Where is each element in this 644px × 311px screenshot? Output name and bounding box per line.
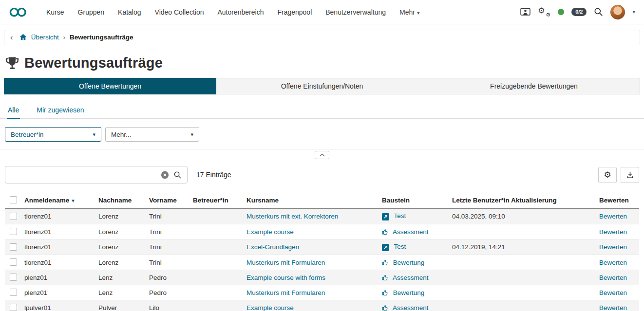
chevron-down-icon: ▾ <box>417 10 420 16</box>
nav-item-katalog[interactable]: Katalog <box>112 5 147 19</box>
bewerten-link[interactable]: Bewerten <box>599 213 627 220</box>
search-icon[interactable] <box>594 7 603 17</box>
cell-kursname: Excel-Grundlagen <box>244 239 379 255</box>
user-menu-caret-icon[interactable]: ▾ <box>632 9 635 15</box>
gear-icon-small: ⚙ <box>546 12 550 18</box>
course-link[interactable]: Musterkurs mit ext. Korrektoren <box>246 213 338 220</box>
table-row: tlorenz01 Lorenz Trini Excel-Grundlagen … <box>5 239 639 255</box>
bewerten-link[interactable]: Bewerten <box>599 274 627 281</box>
cell-letzte-aktualisierung <box>449 270 596 285</box>
cell-betreuer <box>190 224 244 239</box>
course-link[interactable]: Musterkurs mit Formularen <box>246 259 325 266</box>
select-all-checkbox[interactable] <box>10 196 17 203</box>
column-header-baustein[interactable]: Baustein <box>379 192 449 208</box>
nav-item-benutzerverwaltung[interactable]: Benutzerverwaltung <box>319 5 392 19</box>
task-count-badge[interactable]: 0/2 <box>571 8 587 16</box>
clear-search-icon[interactable] <box>161 171 169 179</box>
nav-mehr-label: Mehr <box>399 8 415 16</box>
cell-bewerten: Bewerten <box>596 285 639 300</box>
subtab-alle[interactable]: Alle <box>7 102 20 119</box>
cell-baustein: Test <box>379 239 449 255</box>
sub-tabs: Alle Mir zugewiesen <box>0 102 644 119</box>
cell-kursname: Musterkurs mit Formularen <box>244 285 379 300</box>
baustein-link[interactable]: Assessment <box>393 228 429 236</box>
course-link[interactable]: Excel-Grundlagen <box>246 243 299 251</box>
bewerten-link[interactable]: Bewerten <box>599 289 627 296</box>
tab-offene-einstufungen-noten[interactable]: Offene Einstufungen/Noten <box>216 78 428 94</box>
cell-bewerten: Bewerten <box>596 300 639 311</box>
table-row: plenz01 Lenz Pedro Musterkurs mit Formul… <box>5 285 639 300</box>
column-header-anmeldename[interactable]: Anmeldename▾ <box>21 192 95 208</box>
thumbs-up-icon <box>382 305 388 311</box>
baustein-link[interactable]: Bewertung <box>393 259 425 266</box>
row-check-cell <box>5 255 21 270</box>
column-header-kursname[interactable]: Kursname <box>244 192 379 208</box>
filter-betreuer-label: Betreuer*in <box>11 131 44 138</box>
user-avatar[interactable] <box>610 5 625 19</box>
row-checkbox[interactable] <box>10 304 17 311</box>
column-header-vorname[interactable]: Vorname <box>146 192 190 208</box>
row-checkbox[interactable] <box>10 243 17 251</box>
row-checkbox[interactable] <box>10 213 17 220</box>
openolat-logo-icon[interactable] <box>9 7 27 18</box>
tab-offene-bewertungen[interactable]: Offene Bewertungen <box>4 78 216 94</box>
back-chevron-icon[interactable]: ‹ <box>10 33 13 41</box>
nav-item-autorenbereich[interactable]: Autorenbereich <box>211 5 270 19</box>
cell-baustein: Test <box>379 208 449 224</box>
row-checkbox[interactable] <box>10 274 17 281</box>
column-header-nachname[interactable]: Nachname <box>95 192 146 208</box>
course-link[interactable]: Example course <box>246 228 294 236</box>
row-checkbox[interactable] <box>10 289 17 296</box>
home-icon[interactable] <box>19 34 27 40</box>
admin-gears-icon[interactable]: ⚙ ⚙ <box>538 7 550 18</box>
filter-mehr-dropdown[interactable]: Mehr... ▾ <box>105 127 199 142</box>
cell-betreuer <box>190 270 244 285</box>
table-settings-button[interactable]: ⚙ <box>598 167 617 183</box>
nav-item-fragenpool[interactable]: Fragenpool <box>271 5 318 19</box>
course-link[interactable]: Example course <box>246 304 294 311</box>
subtab-mir-zugewiesen[interactable]: Mir zugewiesen <box>36 102 85 118</box>
column-header-bewerten[interactable]: Bewerten <box>596 192 639 208</box>
row-check-cell <box>5 270 21 285</box>
filter-bar: Betreuer*in ▾ Mehr... ▾ <box>5 127 639 142</box>
breadcrumb-overview-link[interactable]: Übersicht <box>31 34 59 41</box>
cell-nachname: Lorenz <box>95 208 146 224</box>
baustein-link[interactable]: Test <box>394 243 406 250</box>
table-search-input[interactable] <box>5 166 161 183</box>
baustein-link[interactable]: Assessment <box>393 274 429 281</box>
test-icon <box>382 244 389 251</box>
filter-betreuer-dropdown[interactable]: Betreuer*in ▾ <box>5 127 101 142</box>
baustein-link[interactable]: Test <box>394 212 406 220</box>
main-menu: Kurse Gruppen Katalog Video Collection A… <box>40 5 426 19</box>
column-label: Anmeldename <box>24 197 69 204</box>
nav-item-gruppen[interactable]: Gruppen <box>72 5 111 19</box>
table-search <box>5 166 188 183</box>
download-button[interactable] <box>621 167 639 183</box>
nav-item-kurse[interactable]: Kurse <box>40 5 71 19</box>
table-search-icon[interactable] <box>173 171 182 179</box>
toolbar-actions: ⚙ <box>598 167 639 183</box>
cell-anmeldename: plenz01 <box>21 270 95 285</box>
baustein-link[interactable]: Bewertung <box>393 289 425 296</box>
row-checkbox[interactable] <box>10 228 17 235</box>
course-link[interactable]: Musterkurs mit Formularen <box>246 289 325 296</box>
bewerten-link[interactable]: Bewerten <box>599 243 627 251</box>
bewerten-link[interactable]: Bewerten <box>599 304 627 311</box>
bewerten-link[interactable]: Bewerten <box>599 259 627 266</box>
cell-kursname: Musterkurs mit ext. Korrektoren <box>244 208 379 224</box>
tab-freizugebende-bewertungen[interactable]: Freizugebende Bewertungen <box>428 78 640 94</box>
column-header-betreuer[interactable]: Betreuer*in <box>190 192 244 208</box>
cell-vorname: Trini <box>146 255 190 270</box>
bewerten-link[interactable]: Bewerten <box>599 228 627 236</box>
nav-item-video-collection[interactable]: Video Collection <box>149 5 210 19</box>
table-toolbar: 17 Einträge ⚙ <box>5 166 639 183</box>
collapse-filters-button[interactable] <box>315 151 329 159</box>
cell-baustein: Bewertung <box>379 255 449 270</box>
exam-supervision-icon[interactable] <box>520 8 530 16</box>
breadcrumb: ‹ Übersicht › Bewertungsaufträge <box>4 30 640 44</box>
column-header-letzte-aktualisierung[interactable]: Letzte Benutzer*in Aktualisierung <box>449 192 596 208</box>
course-link[interactable]: Example course with forms <box>246 274 325 281</box>
nav-item-mehr[interactable]: Mehr▾ <box>393 5 426 19</box>
row-checkbox[interactable] <box>10 258 17 266</box>
baustein-link[interactable]: Assessment <box>393 304 429 311</box>
